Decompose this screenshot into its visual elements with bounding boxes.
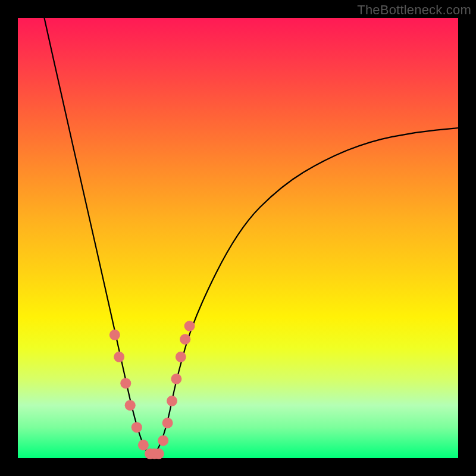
marker-dot: [180, 334, 190, 345]
marker-dot: [184, 321, 195, 331]
marker-dot: [167, 396, 177, 406]
marker-dot: [176, 352, 186, 362]
marker-dot: [158, 435, 168, 446]
curve-path: [44, 18, 458, 455]
marker-dot: [131, 422, 142, 433]
marker-dot: [171, 374, 181, 384]
marker-dot: [162, 418, 173, 428]
curve-markers: [109, 321, 195, 459]
marker-dot: [120, 378, 131, 389]
marker-dot: [125, 400, 136, 411]
bottleneck-curve: [44, 18, 458, 455]
plot-area: [18, 18, 458, 458]
watermark-text: TheBottleneck.com: [357, 2, 471, 18]
marker-dot: [109, 330, 120, 340]
marker-dot: [114, 352, 124, 362]
marker-dot: [154, 449, 164, 459]
curve-svg: [18, 18, 458, 458]
marker-dot: [138, 440, 149, 450]
chart-frame: TheBottleneck.com: [0, 0, 476, 476]
